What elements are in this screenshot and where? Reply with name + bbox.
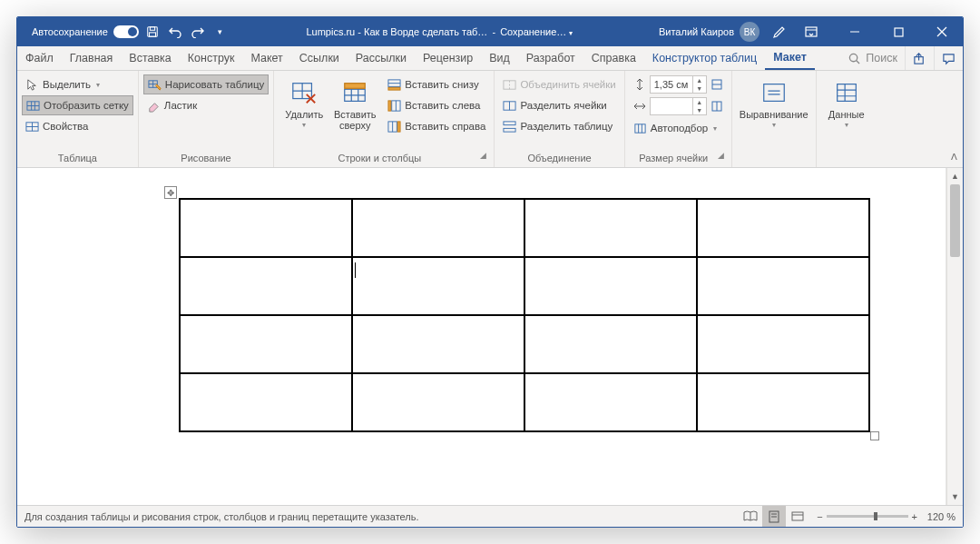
tab-help[interactable]: Справка (583, 46, 644, 70)
qat-dropdown[interactable]: ▾ (211, 23, 230, 41)
split-table-icon (503, 120, 516, 134)
dialog-launcher[interactable]: ◢ (718, 151, 727, 167)
col-width-field[interactable]: ▲▼ (630, 96, 727, 116)
ribbon-options-button[interactable] (790, 17, 832, 46)
autofit-icon (633, 122, 647, 135)
print-layout-button[interactable] (762, 506, 786, 528)
share-button[interactable] (905, 46, 934, 70)
draw-mode-button[interactable] (770, 23, 789, 41)
tab-view[interactable]: Вид (481, 46, 518, 70)
view-gridlines-button[interactable]: Отобразить сетку (22, 95, 133, 115)
insert-above-button[interactable]: Вставить сверху (329, 74, 380, 131)
tab-references[interactable]: Ссылки (291, 46, 348, 70)
maximize-button[interactable] (877, 17, 919, 46)
svg-rect-36 (388, 100, 391, 110)
scroll-up-button[interactable]: ▲ (947, 168, 963, 184)
collapse-ribbon-button[interactable]: ᐱ (951, 152, 957, 162)
tab-table-design[interactable]: Конструктор таблиц (644, 46, 765, 70)
page[interactable]: ✥ (17, 168, 946, 505)
redo-button[interactable] (189, 23, 207, 41)
insert-left-button[interactable]: Вставить слева (384, 95, 489, 115)
delete-button[interactable]: Удалить ▾ (279, 74, 329, 130)
width-icon (633, 100, 646, 113)
spin-up[interactable]: ▲ (693, 98, 706, 106)
row-height-field[interactable]: 1,35 см▲▼ (630, 74, 727, 94)
split-cells-button[interactable]: Разделить ячейки (499, 95, 619, 115)
insert-right-button[interactable]: Вставить справа (384, 116, 489, 136)
scroll-down-button[interactable]: ▼ (947, 489, 963, 505)
alignment-button[interactable]: Выравнивание ▾ (737, 74, 811, 130)
user-name: Виталий Каиров (659, 26, 734, 37)
zoom-in-button[interactable]: + (912, 511, 917, 522)
insert-right-icon (387, 120, 401, 134)
comments-button[interactable] (934, 46, 963, 70)
avatar: ВК (740, 22, 760, 42)
tab-insert[interactable]: Вставка (121, 46, 179, 70)
insert-right-label: Вставить справа (405, 121, 485, 132)
zoom-out-button[interactable]: − (817, 511, 822, 522)
autosave-toggle[interactable]: Автосохранение (32, 25, 139, 38)
toggle-switch-icon[interactable] (113, 25, 139, 38)
table-move-handle[interactable]: ✥ (164, 186, 177, 199)
zoom-value[interactable]: 120 % (921, 511, 956, 522)
insert-below-button[interactable]: Вставить снизу (384, 74, 489, 94)
scroll-track[interactable] (947, 184, 963, 489)
spin-down[interactable]: ▼ (693, 106, 706, 114)
group-alignment: Выравнивание ▾ (732, 71, 817, 167)
select-button[interactable]: Выделить▾ (22, 74, 133, 94)
ribbon: Выделить▾ Отобразить сетку Свойства Табл… (17, 71, 963, 168)
tab-design[interactable]: Конструк (180, 46, 243, 70)
eraser-button[interactable]: Ластик (143, 95, 269, 115)
tab-table-layout[interactable]: Макет (765, 46, 815, 70)
table-resize-handle[interactable] (870, 431, 879, 440)
autofit-button[interactable]: Автоподбор▾ (630, 118, 727, 138)
doc-status: Сохранение… (500, 26, 566, 37)
data-icon (832, 78, 861, 107)
view-gridlines-label: Отобразить сетку (44, 100, 129, 111)
vertical-scrollbar[interactable]: ▲ ▼ (946, 168, 963, 505)
save-button[interactable] (143, 23, 162, 41)
tab-layout[interactable]: Макет (242, 46, 290, 70)
tab-mailings[interactable]: Рассылки (348, 46, 415, 70)
search-placeholder: Поиск (866, 52, 897, 64)
tab-developer[interactable]: Разработ (518, 46, 583, 70)
zoom-slider[interactable] (827, 515, 908, 518)
zoom-control[interactable]: − + 120 % (809, 511, 963, 522)
scroll-thumb[interactable] (950, 184, 960, 257)
svg-rect-53 (763, 84, 784, 102)
spin-up[interactable]: ▲ (693, 76, 706, 84)
svg-rect-56 (837, 84, 856, 102)
height-icon (633, 78, 646, 91)
undo-button[interactable] (166, 23, 184, 41)
row-height-value[interactable]: 1,35 см (651, 79, 692, 90)
distribute-rows-icon[interactable] (710, 78, 723, 91)
svg-rect-2 (149, 33, 155, 36)
split-table-button[interactable]: Разделить таблицу (499, 116, 619, 136)
svg-rect-39 (398, 121, 401, 131)
zoom-thumb[interactable] (874, 512, 877, 520)
properties-button[interactable]: Свойства (22, 116, 133, 136)
web-layout-button[interactable] (786, 506, 809, 528)
data-button[interactable]: Данные ▾ (821, 74, 872, 130)
dialog-launcher[interactable]: ◢ (480, 151, 489, 167)
eraser-icon (147, 99, 161, 113)
group-draw-title: Рисование (143, 151, 269, 167)
ribbon-tabs: Файл Главная Вставка Конструк Макет Ссыл… (17, 46, 963, 71)
document-table[interactable] (179, 198, 870, 432)
status-text: Для создания таблицы и рисования строк, … (17, 511, 739, 522)
user-account[interactable]: Виталий Каиров ВК (650, 17, 769, 46)
search-box[interactable]: Поиск (841, 46, 905, 70)
minimize-button[interactable] (834, 17, 876, 46)
tab-file[interactable]: Файл (17, 46, 62, 70)
read-mode-button[interactable] (739, 506, 762, 528)
tab-review[interactable]: Рецензир (415, 46, 481, 70)
distribute-cols-icon[interactable] (710, 100, 723, 113)
spin-down[interactable]: ▼ (693, 84, 706, 93)
group-cell-size-title: Размер ячейки (630, 151, 718, 167)
group-rows-cols: Удалить ▾ Вставить сверху Вставить снизу (274, 71, 495, 167)
draw-table-button[interactable]: Нарисовать таблицу (143, 74, 269, 94)
app-window: Автосохранение ▾ Lumpics.ru - Как в Ворд… (16, 16, 964, 528)
tab-home[interactable]: Главная (62, 46, 122, 70)
svg-line-9 (857, 60, 859, 63)
close-button[interactable] (921, 17, 963, 46)
